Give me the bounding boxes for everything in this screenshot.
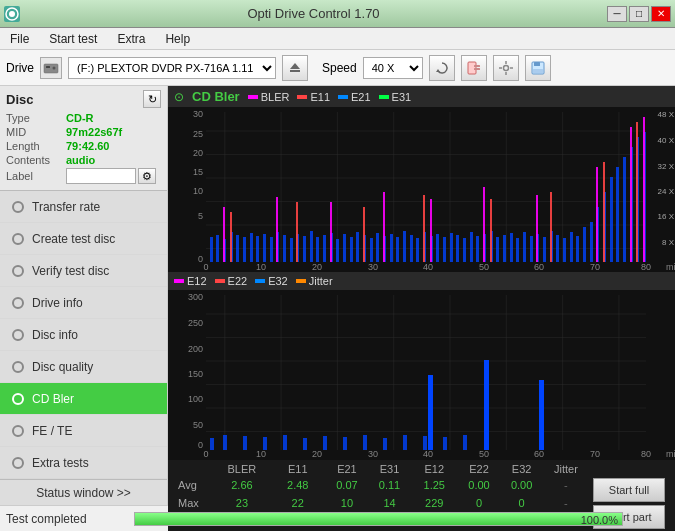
- sidebar-item-create-test-disc[interactable]: Create test disc: [0, 223, 167, 255]
- svg-text:10: 10: [256, 262, 266, 272]
- svg-text:70: 70: [590, 449, 600, 459]
- legend-e21: E21: [338, 91, 371, 103]
- disc-length-label: Length: [6, 140, 66, 152]
- col-header-e12: E12: [411, 462, 458, 476]
- col-header-e22: E22: [458, 462, 501, 476]
- chart2-container: E12 E22 E32 Jitter: [168, 272, 675, 460]
- window-title: Opti Drive Control 1.70: [20, 6, 607, 21]
- menu-help[interactable]: Help: [159, 30, 196, 48]
- sidebar-item-disc-quality[interactable]: Disc quality: [0, 351, 167, 383]
- svg-rect-82: [450, 233, 453, 262]
- row-label-avg: Avg: [174, 476, 214, 494]
- max-e12: 229: [411, 494, 458, 512]
- progress-bar-wrap: 100.0%: [134, 512, 623, 526]
- close-button[interactable]: ✕: [651, 6, 671, 22]
- col-header-e32: E32: [500, 462, 543, 476]
- svg-text:30: 30: [368, 449, 378, 459]
- disc-mid-label: MID: [6, 126, 66, 138]
- refresh-button[interactable]: [429, 55, 455, 81]
- svg-point-4: [53, 66, 56, 69]
- svg-rect-67: [350, 237, 353, 262]
- svg-rect-57: [283, 235, 286, 262]
- svg-text:0: 0: [203, 449, 208, 459]
- svg-rect-126: [490, 199, 492, 262]
- sidebar-item-label: FE / TE: [32, 424, 72, 438]
- svg-text:60: 60: [534, 449, 544, 459]
- disc-header: Disc ↻: [6, 90, 161, 108]
- col-header-empty: [174, 462, 214, 476]
- sidebar-item-verify-test-disc[interactable]: Verify test disc: [0, 255, 167, 287]
- svg-rect-98: [556, 235, 559, 262]
- svg-rect-150: [223, 435, 227, 450]
- sidebar-item-disc-info[interactable]: Disc info: [0, 319, 167, 351]
- svg-text:48 X: 48 X: [658, 110, 675, 119]
- sidebar-item-label: Verify test disc: [32, 264, 109, 278]
- save-button[interactable]: [525, 55, 551, 81]
- svg-rect-114: [330, 202, 332, 262]
- svg-text:40: 40: [423, 262, 433, 272]
- svg-rect-80: [436, 234, 439, 262]
- nav-icon-disc-quality: [10, 359, 26, 375]
- disc-label-input[interactable]: [66, 168, 136, 184]
- erase-button[interactable]: [461, 55, 487, 81]
- sidebar-item-cd-bler[interactable]: CD Bler: [0, 383, 167, 415]
- sidebar-item-fe-te[interactable]: FE / TE: [0, 415, 167, 447]
- sidebar-item-label: Transfer rate: [32, 200, 100, 214]
- svg-text:10: 10: [193, 186, 203, 196]
- sidebar-item-label: CD Bler: [32, 392, 74, 406]
- drive-select[interactable]: (F:) PLEXTOR DVDR PX-716A 1.11: [68, 57, 276, 79]
- sidebar-item-drive-info[interactable]: Drive info: [0, 287, 167, 319]
- svg-rect-131: [206, 295, 646, 450]
- minimize-button[interactable]: ─: [607, 6, 627, 22]
- svg-rect-112: [223, 207, 225, 262]
- stats-row-avg: Avg 2.66 2.48 0.07 0.11 1.25 0.00 0.00 -…: [174, 476, 669, 494]
- menu-start-test[interactable]: Start test: [43, 30, 103, 48]
- speed-select[interactable]: 40 X 8 X 16 X 24 X 32 X 48 X: [363, 57, 423, 79]
- svg-rect-2: [44, 64, 58, 73]
- col-header-jitter: Jitter: [543, 462, 589, 476]
- status-window-button[interactable]: Status window >>: [0, 479, 167, 505]
- svg-rect-100: [570, 232, 573, 262]
- svg-text:70: 70: [590, 262, 600, 272]
- svg-rect-55: [270, 237, 273, 262]
- svg-rect-117: [483, 187, 485, 262]
- svg-rect-123: [296, 202, 298, 262]
- nav-icon-disc-info: [10, 327, 26, 343]
- eject-button[interactable]: [282, 55, 308, 81]
- toolbar: Drive (F:) PLEXTOR DVDR PX-716A 1.11 Spe…: [0, 50, 675, 86]
- sidebar-item-label: Create test disc: [32, 232, 115, 246]
- label-gear-button[interactable]: ⚙: [138, 168, 156, 184]
- nav-icon-create: [10, 231, 26, 247]
- svg-rect-75: [403, 231, 406, 262]
- svg-rect-73: [390, 234, 393, 262]
- disc-refresh-button[interactable]: ↻: [143, 90, 161, 108]
- svg-rect-120: [630, 127, 632, 262]
- svg-text:32 X: 32 X: [658, 162, 675, 171]
- sidebar-item-transfer-rate[interactable]: Transfer rate: [0, 191, 167, 223]
- svg-rect-62: [316, 237, 319, 262]
- sidebar-item-extra-tests[interactable]: Extra tests: [0, 447, 167, 479]
- svg-rect-158: [383, 438, 387, 450]
- svg-rect-125: [423, 195, 425, 262]
- svg-text:0: 0: [203, 262, 208, 272]
- svg-rect-65: [336, 239, 339, 262]
- maximize-button[interactable]: □: [629, 6, 649, 22]
- svg-rect-3: [46, 66, 50, 68]
- svg-rect-107: [616, 167, 619, 262]
- svg-rect-86: [476, 236, 479, 262]
- speed-label: Speed: [322, 61, 357, 75]
- svg-rect-81: [443, 237, 446, 262]
- menu-extra[interactable]: Extra: [111, 30, 151, 48]
- svg-rect-116: [430, 199, 432, 262]
- status-text: Test completed: [6, 512, 126, 526]
- svg-rect-165: [539, 380, 544, 450]
- col-header-e31: E31: [368, 462, 411, 476]
- svg-rect-91: [510, 233, 513, 262]
- svg-rect-118: [536, 195, 538, 262]
- titlebar: Opti Drive Control 1.70 ─ □ ✕: [0, 0, 675, 28]
- settings-button[interactable]: [493, 55, 519, 81]
- start-full-button[interactable]: Start full: [593, 478, 665, 502]
- svg-rect-152: [263, 437, 267, 450]
- menu-file[interactable]: File: [4, 30, 35, 48]
- col-header-bler: BLER: [214, 462, 270, 476]
